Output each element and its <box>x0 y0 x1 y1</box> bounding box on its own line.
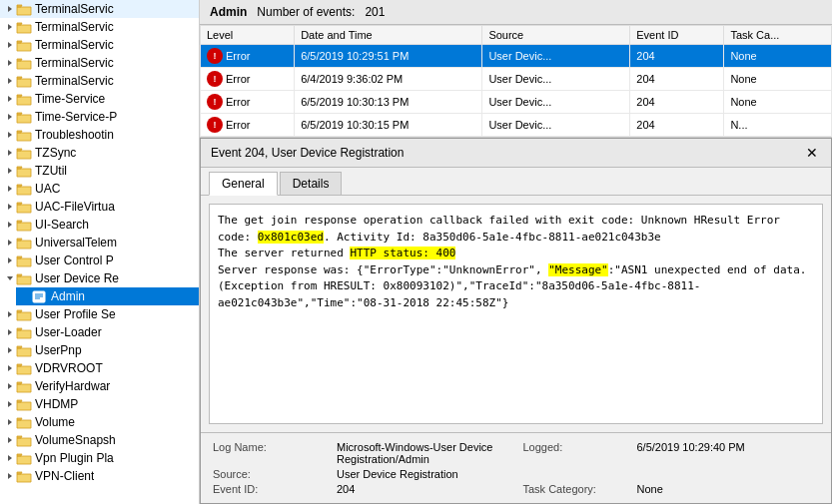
sidebar-item-label: VDRVROOT <box>35 361 103 375</box>
source-label: Source: <box>213 468 333 480</box>
svg-marker-23 <box>8 365 12 371</box>
folder-icon <box>32 290 48 302</box>
source-cell: User Devic... <box>482 45 630 68</box>
dialog-content: The get join response operation callback… <box>201 196 831 503</box>
table-header-task-ca...[interactable]: Task Ca... <box>724 26 832 45</box>
sidebar-item-label: UserPnp <box>35 343 82 357</box>
table-header-event-id[interactable]: Event ID <box>630 26 724 45</box>
svg-marker-6 <box>8 114 12 120</box>
sidebar-item-label: User-Loader <box>35 325 102 339</box>
svg-marker-20 <box>8 311 12 317</box>
folder-icon <box>16 416 32 428</box>
expand-arrow-icon <box>4 272 16 284</box>
svg-marker-7 <box>8 132 12 138</box>
svg-marker-13 <box>8 240 12 246</box>
sidebar-item-user-loader[interactable]: User-Loader <box>0 323 199 341</box>
table-header-source[interactable]: Source <box>482 26 630 45</box>
taskcategory-cell: None <box>724 91 832 114</box>
highlighted-text: "Message" <box>548 263 608 276</box>
folder-icon <box>16 75 32 87</box>
table-header-date-and-time[interactable]: Date and Time <box>295 26 482 45</box>
expand-arrow-icon <box>4 470 16 482</box>
sidebar-item-vdrvroot[interactable]: VDRVROOT <box>0 359 199 377</box>
dialog-close-button[interactable]: ✕ <box>803 144 821 162</box>
table-row[interactable]: !Error6/5/2019 10:29:51 PMUser Devic...2… <box>201 45 832 68</box>
expand-arrow-icon <box>4 434 16 446</box>
folder-icon <box>16 254 32 266</box>
table-row[interactable]: !Error6/5/2019 10:30:15 PMUser Devic...2… <box>201 114 832 137</box>
sidebar-item-tzsync[interactable]: TZSync <box>0 144 199 162</box>
sidebar-item-tzutil[interactable]: TZUtil <box>0 162 199 180</box>
right-panel: Admin Number of events: 201 LevelDate an… <box>200 0 832 504</box>
datetime-cell: 6/5/2019 10:30:15 PM <box>295 114 482 137</box>
expand-arrow-icon <box>4 219 16 231</box>
sidebar-item-label: TerminalServic <box>35 56 114 70</box>
sidebar-item-label: UAC <box>35 182 60 196</box>
folder-icon <box>16 398 32 410</box>
message-text: Server response was: {"ErrorType":"Unkno… <box>218 263 548 276</box>
sidebar-item-label: Volume <box>35 415 75 429</box>
svg-marker-10 <box>8 186 12 192</box>
sidebar-item-label: Time-Service <box>35 92 105 106</box>
event-count: 201 <box>365 5 385 19</box>
folder-icon <box>16 57 32 69</box>
dialog-titlebar: Event 204, User Device Registration ✕ <box>201 139 831 168</box>
sidebar-item-vhdmp[interactable]: VHDMP <box>0 395 199 413</box>
sidebar-item-user-control[interactable]: User Control P <box>0 252 199 269</box>
tab-details[interactable]: Details <box>280 172 343 195</box>
sidebar-item-uac-file[interactable]: UAC-FileVirtua <box>0 198 199 216</box>
level-text: Error <box>226 50 250 62</box>
table-row[interactable]: !Error6/5/2019 10:30:13 PMUser Devic...2… <box>201 91 832 114</box>
expand-arrow-icon <box>4 326 16 338</box>
expand-arrow-icon <box>4 362 16 374</box>
folder-icon <box>16 344 32 356</box>
sidebar-item-ui-search[interactable]: UI-Search <box>0 216 199 234</box>
level-text: Error <box>226 73 250 85</box>
sidebar-item-time-service[interactable]: Time-Service <box>0 90 199 108</box>
folder-icon <box>16 39 32 51</box>
sidebar-item-terminal4[interactable]: TerminalServic <box>0 54 199 72</box>
folder-icon <box>16 3 32 15</box>
sidebar-item-label: User Device Re <box>35 271 119 285</box>
event-count-label: Number of events: <box>257 5 355 19</box>
eventid-cell: 204 <box>630 68 724 91</box>
table-header-level[interactable]: Level <box>201 26 295 45</box>
sidebar-item-troubleshoot[interactable]: Troubleshootin <box>0 126 199 144</box>
sidebar-item-terminal3[interactable]: TerminalServic <box>0 36 199 54</box>
expand-arrow-icon <box>4 380 16 392</box>
sidebar-item-label: TZUtil <box>35 164 67 178</box>
source-cell: User Devic... <box>482 114 630 137</box>
sidebar-item-volume[interactable]: Volume <box>0 413 199 431</box>
table-row[interactable]: !Error6/4/2019 9:36:02 PMUser Devic...20… <box>201 68 832 91</box>
svg-marker-15 <box>7 276 13 280</box>
sidebar-item-user-profile-se[interactable]: User Profile Se <box>0 305 199 323</box>
sidebar-item-label: User Control P <box>35 253 114 267</box>
sidebar-item-vpn-plugin[interactable]: Vpn Plugin Pla <box>0 449 199 467</box>
sidebar-item-verifyhardware[interactable]: VerifyHardwar <box>0 377 199 395</box>
event-detail-dialog: Event 204, User Device Registration ✕ Ge… <box>200 138 832 504</box>
sidebar-item-terminal5[interactable]: TerminalServic <box>0 72 199 90</box>
sidebar-item-label: UniversalTelem <box>35 236 117 250</box>
sidebar-item-time-service-p[interactable]: Time-Service-P <box>0 108 199 126</box>
sidebar-item-label: TZSync <box>35 146 76 160</box>
expand-arrow-icon <box>4 147 16 159</box>
sidebar-item-label: VerifyHardwar <box>35 379 110 393</box>
expand-arrow-icon <box>4 183 16 195</box>
svg-marker-21 <box>8 329 12 335</box>
sidebar-item-uac[interactable]: UAC <box>0 180 199 198</box>
sidebar-item-universaltelemetry[interactable]: UniversalTelem <box>0 234 199 252</box>
sidebar-item-volumesnapsh[interactable]: VolumeSnapsh <box>0 431 199 449</box>
sidebar-item-user-device-reg[interactable]: User Device Re <box>0 269 199 287</box>
expand-arrow-icon <box>4 75 16 87</box>
sidebar-item-label: TerminalServic <box>35 74 114 88</box>
sidebar-item-admin[interactable]: Admin <box>16 287 199 305</box>
svg-marker-0 <box>8 6 12 12</box>
svg-marker-25 <box>8 401 12 407</box>
sidebar-item-vpn-client[interactable]: VPN-Client <box>0 467 199 485</box>
folder-icon <box>16 219 32 231</box>
level-text: Error <box>226 119 250 131</box>
sidebar-item-terminal1[interactable]: TerminalServic <box>0 0 199 18</box>
tab-general[interactable]: General <box>209 172 278 196</box>
sidebar-item-terminal2[interactable]: TerminalServic <box>0 18 199 36</box>
sidebar-item-userpnp[interactable]: UserPnp <box>0 341 199 359</box>
